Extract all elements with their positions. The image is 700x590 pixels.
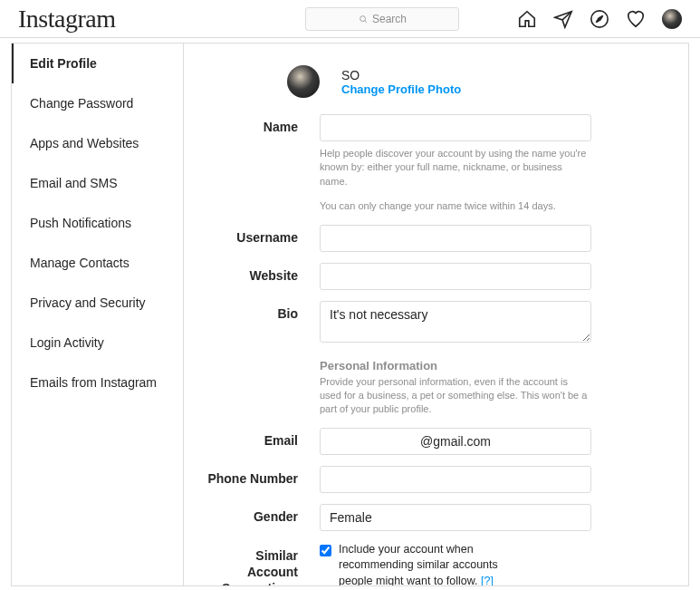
username-input[interactable] xyxy=(320,225,591,252)
profile-avatar[interactable] xyxy=(287,65,320,98)
gender-label: Gender xyxy=(202,504,320,531)
sidebar-item-email-sms[interactable]: Email and SMS xyxy=(12,163,183,203)
search-icon xyxy=(359,15,368,24)
sidebar-item-manage-contacts[interactable]: Manage Contacts xyxy=(12,243,183,283)
profile-header: SO Change Profile Photo xyxy=(287,65,652,98)
email-input[interactable] xyxy=(320,428,591,455)
bio-label: Bio xyxy=(202,301,320,346)
sidebar-item-edit-profile[interactable]: Edit Profile xyxy=(12,44,183,83)
explore-icon[interactable] xyxy=(590,9,609,29)
sidebar-item-login-activity[interactable]: Login Activity xyxy=(12,323,183,363)
personal-info-help: Provide your personal information, even … xyxy=(320,375,591,417)
search-input[interactable]: Search xyxy=(305,7,459,31)
similar-accounts-checkbox[interactable] xyxy=(320,545,331,556)
sidebar-item-label: Login Activity xyxy=(30,335,104,350)
settings-panel: Edit Profile Change Password Apps and We… xyxy=(11,43,689,586)
svg-line-1 xyxy=(365,20,367,22)
home-icon[interactable] xyxy=(517,9,537,29)
username-label: Username xyxy=(202,225,320,252)
name-input[interactable] xyxy=(320,114,591,141)
sidebar-item-label: Apps and Websites xyxy=(30,136,139,150)
messages-icon[interactable] xyxy=(553,9,573,29)
top-nav: Instagram Search xyxy=(0,0,700,38)
svg-point-0 xyxy=(360,15,366,21)
sidebar-item-label: Email and SMS xyxy=(30,176,117,190)
activity-icon[interactable] xyxy=(626,9,646,29)
settings-sidebar: Edit Profile Change Password Apps and We… xyxy=(12,44,184,585)
personal-info-heading: Personal Information xyxy=(320,359,591,372)
sidebar-item-label: Edit Profile xyxy=(30,56,97,71)
nav-icons xyxy=(517,9,682,29)
search-placeholder: Search xyxy=(372,13,407,25)
instagram-logo[interactable]: Instagram xyxy=(18,5,115,34)
sidebar-item-emails-instagram[interactable]: Emails from Instagram xyxy=(12,363,183,402)
bio-textarea[interactable]: It's not necessary xyxy=(320,301,591,343)
name-label: Name xyxy=(202,114,320,214)
sidebar-item-privacy-security[interactable]: Privacy and Security xyxy=(12,283,183,323)
sidebar-item-label: Privacy and Security xyxy=(30,295,146,310)
name-help-text-2: You can only change your name twice with… xyxy=(320,199,591,213)
sidebar-item-push-notifications[interactable]: Push Notifications xyxy=(12,203,183,243)
phone-input[interactable] xyxy=(320,466,591,493)
sidebar-item-label: Change Password xyxy=(30,96,133,111)
similar-accounts-label: Similar Account Suggestions xyxy=(202,542,320,585)
sidebar-item-label: Push Notifications xyxy=(30,216,131,230)
svg-marker-4 xyxy=(596,15,602,22)
name-help-text-1: Help people discover your account by usi… xyxy=(320,147,591,189)
edit-profile-form: SO Change Profile Photo Name Help people… xyxy=(184,44,688,585)
phone-label: Phone Number xyxy=(202,466,320,493)
similar-accounts-description: Include your account when recommending s… xyxy=(339,543,498,585)
sidebar-item-change-password[interactable]: Change Password xyxy=(12,83,183,123)
profile-display-name: SO xyxy=(341,68,461,82)
sidebar-item-apps-websites[interactable]: Apps and Websites xyxy=(12,123,183,163)
email-label: Email xyxy=(202,428,320,455)
similar-accounts-text: Include your account when recommending s… xyxy=(339,542,529,585)
sidebar-item-label: Manage Contacts xyxy=(30,256,129,270)
website-input[interactable] xyxy=(320,263,591,290)
gender-input[interactable] xyxy=(320,504,591,531)
website-label: Website xyxy=(202,263,320,290)
similar-accounts-help-link[interactable]: [?] xyxy=(481,575,494,585)
change-profile-photo-link[interactable]: Change Profile Photo xyxy=(341,82,461,96)
sidebar-item-label: Emails from Instagram xyxy=(30,375,157,390)
profile-avatar-nav[interactable] xyxy=(662,9,682,29)
